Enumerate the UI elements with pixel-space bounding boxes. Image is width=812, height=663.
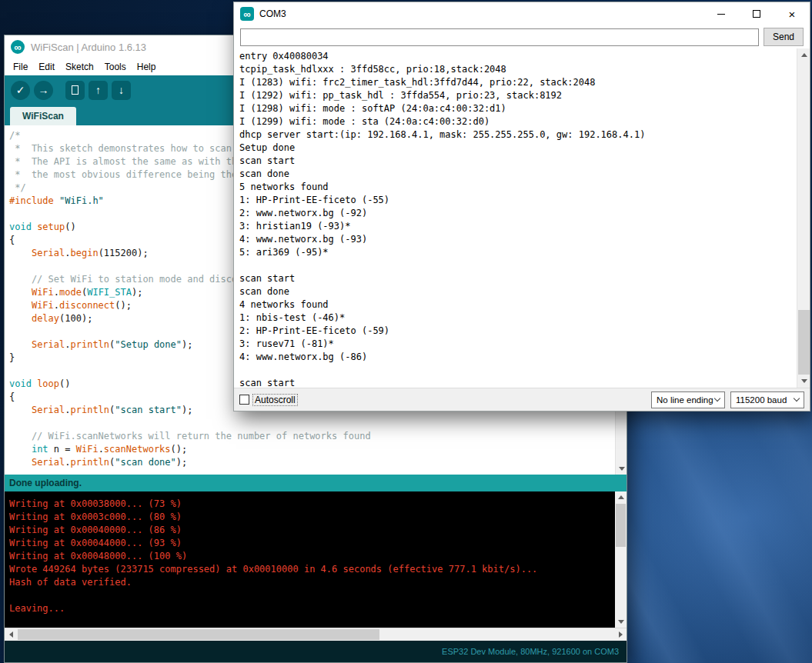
scroll-left-button[interactable]: [5, 628, 17, 641]
board-port-status: ESP32 Dev Module, 80MHz, 921600 on COM3: [442, 647, 619, 656]
autoscroll-checkbox[interactable]: [239, 395, 249, 405]
menu-tools[interactable]: Tools: [99, 62, 132, 72]
autoscroll-label: Autoscroll: [253, 395, 297, 405]
line-ending-value: No line ending: [657, 395, 713, 405]
code-line: Serial.println("scan done");: [9, 456, 615, 469]
tab-wifiscan[interactable]: WiFiScan: [10, 107, 76, 125]
right-arrow-icon: →: [38, 84, 49, 96]
window-controls: ×: [703, 2, 810, 25]
horizontal-scroll-thumb[interactable]: [18, 629, 379, 640]
serial-scroll-thumb[interactable]: [798, 310, 810, 376]
line-ending-select[interactable]: No line ending: [651, 391, 725, 408]
triangle-down-icon: [618, 620, 624, 624]
code-line: int n = WiFi.scanNetworks();: [9, 443, 615, 456]
down-arrow-icon: ↓: [119, 84, 124, 96]
ide-status-bar: Done uploading.: [5, 475, 627, 491]
triangle-right-icon: [619, 631, 623, 638]
code-line: // WiFi.scanNetworks will return the num…: [9, 430, 615, 443]
serial-monitor-window: ∞ COM3 × Send entry 0x40080034 tcpip_tas…: [233, 2, 810, 411]
triangle-up-icon: [618, 495, 624, 499]
open-button[interactable]: ↑: [89, 81, 108, 100]
maximize-icon: [753, 10, 760, 18]
chevron-down-icon: [794, 395, 800, 401]
chevron-down-icon: [714, 395, 720, 401]
arduino-logo-icon: ∞: [240, 7, 254, 21]
ide-window-title: WiFiScan | Arduino 1.6.13: [31, 42, 146, 53]
close-icon: ×: [789, 8, 796, 20]
maximize-button[interactable]: [739, 2, 774, 25]
menu-sketch[interactable]: Sketch: [60, 62, 99, 72]
arduino-logo-icon: ∞: [11, 40, 25, 54]
scroll-down-button[interactable]: [616, 463, 627, 475]
console-horizontal-scrollbar[interactable]: [5, 628, 627, 641]
check-icon: ✓: [16, 84, 25, 96]
baud-rate-value: 115200 baud: [736, 395, 787, 405]
verify-button[interactable]: ✓: [11, 81, 30, 100]
serial-send-row: Send: [234, 25, 810, 48]
serial-bottom-bar: Autoscroll No line ending 115200 baud: [234, 388, 810, 411]
autoscroll-control[interactable]: Autoscroll: [239, 395, 297, 405]
triangle-up-icon: [801, 53, 807, 57]
serial-dropdowns: No line ending 115200 baud: [651, 391, 804, 408]
triangle-left-icon: [9, 631, 13, 638]
ide-footer: ESP32 Dev Module, 80MHz, 921600 on COM3: [5, 641, 627, 662]
ide-console: Writing at 0x00038000... (73 %) Writing …: [5, 491, 627, 628]
menu-file[interactable]: File: [8, 62, 33, 72]
triangle-down-icon: [619, 467, 625, 471]
minimize-button[interactable]: [703, 2, 739, 25]
send-button[interactable]: Send: [764, 28, 804, 46]
serial-vertical-scrollbar[interactable]: [797, 48, 810, 388]
menu-edit[interactable]: Edit: [33, 62, 60, 72]
close-button[interactable]: ×: [774, 2, 810, 25]
serial-output-area: entry 0x40080034 tcpip_task_hdlxxx : 3ff…: [234, 48, 810, 388]
serial-output-text: entry 0x40080034 tcpip_task_hdlxxx : 3ff…: [239, 50, 793, 388]
tab-label: WiFiScan: [22, 111, 64, 122]
code-line: [9, 417, 615, 430]
status-message: Done uploading.: [9, 478, 82, 488]
serial-scroll-down-button[interactable]: [797, 375, 810, 388]
serial-input[interactable]: [240, 28, 759, 46]
serial-scroll-up-button[interactable]: [797, 48, 810, 62]
minimize-icon: [717, 14, 725, 15]
triangle-down-icon: [801, 379, 807, 383]
up-arrow-icon: ↑: [95, 84, 101, 96]
console-scroll-thumb[interactable]: [616, 504, 626, 547]
menu-help[interactable]: Help: [132, 62, 162, 72]
console-output: Writing at 0x00038000... (73 %) Writing …: [9, 498, 611, 615]
serial-window-title: COM3: [259, 8, 286, 19]
new-sketch-button[interactable]: [65, 81, 85, 100]
new-document-icon: [72, 85, 79, 95]
console-scroll-up-button[interactable]: [615, 491, 627, 503]
serial-titlebar[interactable]: ∞ COM3 ×: [234, 2, 810, 25]
save-button[interactable]: ↓: [112, 81, 131, 100]
baud-rate-select[interactable]: 115200 baud: [730, 391, 804, 408]
upload-button[interactable]: →: [34, 81, 53, 100]
console-vertical-scrollbar[interactable]: [615, 491, 627, 628]
console-scroll-down-button[interactable]: [615, 616, 627, 628]
scroll-right-button[interactable]: [614, 628, 627, 641]
